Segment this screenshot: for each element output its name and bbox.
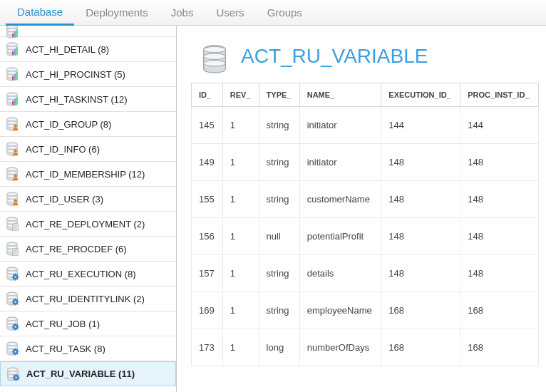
table-row[interactable]: 1551stringcustomerName148148 <box>192 181 539 218</box>
svg-point-1 <box>7 29 18 31</box>
sidebar-item[interactable]: ACT_HI_DETAIL (8) <box>0 37 176 62</box>
sidebar-item[interactable]: ACT_RE_PROCDEF (6) <box>0 237 176 262</box>
page-title: ACT_RU_VARIABLE <box>241 45 428 68</box>
table-cell: 145 <box>192 107 223 144</box>
table-cell: 1 <box>222 181 259 218</box>
table-cell: 1 <box>222 329 259 366</box>
table-cell: 144 <box>460 107 539 144</box>
column-header[interactable]: TYPE_ <box>259 83 299 107</box>
top-nav: DatabaseDeploymentsJobsUsersGroups <box>0 0 546 26</box>
table-cell: long <box>259 329 299 366</box>
column-header[interactable]: ID_ <box>192 83 223 107</box>
svg-rect-64 <box>12 277 14 277</box>
table-cell: numberOfDays <box>299 329 381 366</box>
nav-tab-jobs[interactable]: Jobs <box>160 1 205 24</box>
table-cell: details <box>299 255 381 292</box>
table-cell: string <box>259 107 299 144</box>
svg-rect-9 <box>12 51 14 56</box>
table-header-row: ID_REV_TYPE_NAME_EXECUTION_ID_PROC_INST_… <box>192 83 539 107</box>
svg-rect-88 <box>15 329 16 331</box>
svg-rect-86 <box>18 326 19 327</box>
svg-rect-97 <box>15 349 16 350</box>
sidebar-item[interactable]: ACT_HI_TASKINST (12) <box>0 87 176 112</box>
table-row[interactable]: 1491stringinitiator148148 <box>192 144 539 181</box>
svg-point-92 <box>14 326 16 327</box>
nav-tab-groups[interactable]: Groups <box>256 1 314 24</box>
svg-rect-11 <box>16 47 18 55</box>
svg-rect-5 <box>16 29 18 37</box>
svg-point-93 <box>7 343 18 346</box>
sidebar-item[interactable]: ACT_RU_VARIABLE (11) <box>0 361 176 386</box>
sidebar-item[interactable]: ACT_RE_DEPLOYMENT (2) <box>0 212 176 237</box>
svg-rect-3 <box>12 33 14 37</box>
svg-point-106 <box>8 368 19 371</box>
column-header[interactable]: REV_ <box>222 83 259 107</box>
table-cell: null <box>259 218 299 255</box>
table-cell: 148 <box>381 181 460 218</box>
column-header[interactable]: EXECUTION_ID_ <box>381 83 460 107</box>
svg-rect-112 <box>19 376 20 377</box>
svg-point-39 <box>14 199 17 202</box>
svg-point-67 <box>7 293 18 296</box>
svg-rect-73 <box>18 301 19 302</box>
sidebar-item-label: ACT_HI_PROCINST (5) <box>26 69 125 80</box>
sidebar: ACT_HI_DETAIL (8)ACT_HI_PROCINST (5)ACT_… <box>0 26 177 392</box>
nav-tab-database[interactable]: Database <box>6 0 74 26</box>
table-cell: 148 <box>381 218 460 255</box>
table-cell: 148 <box>381 144 460 181</box>
table-cell: potentialProfit <box>299 218 381 255</box>
database-icon <box>4 341 20 356</box>
sidebar-item-label: ACT_RE_PROCDEF (6) <box>26 244 127 254</box>
sidebar-item[interactable]: ACT_ID_INFO (6) <box>0 137 176 162</box>
table-cell: 1 <box>222 107 259 144</box>
sidebar-item-partial[interactable] <box>0 26 176 37</box>
nav-tab-deployments[interactable]: Deployments <box>74 1 160 24</box>
database-icon <box>4 41 20 57</box>
svg-rect-114 <box>16 379 16 381</box>
svg-rect-90 <box>12 326 14 327</box>
table-cell: 148 <box>460 144 539 181</box>
table-row[interactable]: 1571stringdetails148148 <box>192 255 539 292</box>
sidebar-item[interactable]: ACT_RU_TASK (8) <box>0 336 176 361</box>
svg-rect-10 <box>14 49 16 55</box>
table-cell: 168 <box>460 329 539 366</box>
table-cell: 168 <box>381 292 460 329</box>
table-row[interactable]: 1561nullpotentialProfit148148 <box>192 218 539 255</box>
svg-rect-17 <box>16 72 18 80</box>
sidebar-item[interactable]: ACT_ID_GROUP (8) <box>0 112 176 137</box>
sidebar-item-label: ACT_HI_TASKINST (12) <box>26 94 128 105</box>
sidebar-item-label: ACT_RU_IDENTITYLINK (2) <box>26 294 145 304</box>
svg-rect-23 <box>16 97 18 105</box>
svg-point-35 <box>14 174 17 177</box>
table-row[interactable]: 1691stringemployeeName168168 <box>192 292 539 329</box>
table-cell: 169 <box>192 292 223 329</box>
sidebar-item[interactable]: ACT_RU_IDENTITYLINK (2) <box>0 287 176 311</box>
table-row[interactable]: 1731longnumberOfDays168168 <box>192 329 539 366</box>
svg-point-0 <box>7 26 18 28</box>
sidebar-item-label: ACT_ID_MEMBERSHIP (12) <box>26 169 145 180</box>
sidebar-item[interactable]: ACT_ID_MEMBERSHIP (12) <box>0 162 176 187</box>
column-header[interactable]: NAME_ <box>299 83 381 107</box>
sidebar-item[interactable]: ACT_RU_JOB (1) <box>0 311 176 336</box>
sidebar-item[interactable]: ACT_HI_PROCINST (5) <box>0 62 176 87</box>
svg-point-118 <box>15 376 16 378</box>
database-icon <box>4 26 20 39</box>
table-cell: 157 <box>192 255 223 292</box>
table-cell: 1 <box>222 218 259 255</box>
database-icon <box>4 241 20 257</box>
svg-point-7 <box>7 46 18 49</box>
table-row[interactable]: 1451stringinitiator144144 <box>192 107 539 144</box>
sidebar-item[interactable]: ACT_ID_USER (3) <box>0 187 176 212</box>
database-icon <box>4 316 20 331</box>
table-cell: 168 <box>460 292 539 329</box>
svg-point-13 <box>7 71 18 74</box>
svg-point-36 <box>7 193 18 196</box>
sidebar-item[interactable]: ACT_RU_EXECUTION (8) <box>0 262 176 287</box>
svg-point-121 <box>204 61 226 66</box>
column-header[interactable]: PROC_INST_ID_ <box>460 83 539 107</box>
table-cell: 149 <box>192 144 223 181</box>
svg-point-47 <box>7 243 18 246</box>
nav-tab-users[interactable]: Users <box>205 1 255 24</box>
svg-rect-116 <box>13 376 14 377</box>
database-icon <box>4 91 20 107</box>
